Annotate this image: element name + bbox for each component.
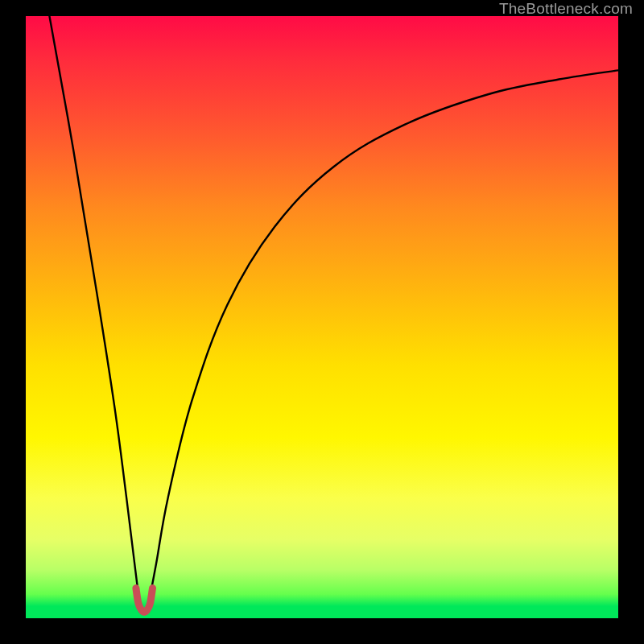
- marker-layer: [26, 16, 618, 618]
- watermark-text: TheBottleneck.com: [499, 0, 633, 18]
- app-frame: TheBottleneck.com: [0, 0, 644, 644]
- plot-area: [26, 16, 618, 618]
- cusp-highlight: [136, 588, 153, 613]
